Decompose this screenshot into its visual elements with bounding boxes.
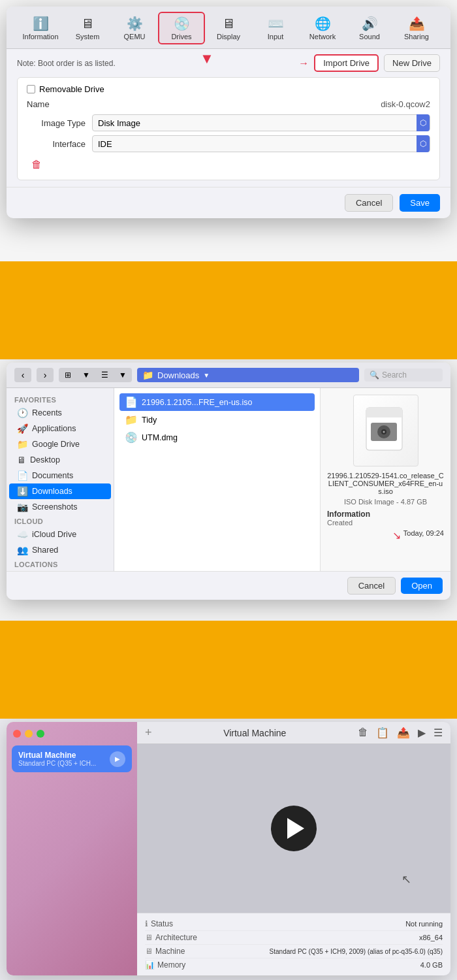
sidebar-item-applications[interactable]: 🚀 Applications xyxy=(9,421,111,436)
preview-image xyxy=(353,395,418,466)
back-button[interactable]: ‹ xyxy=(14,368,31,382)
vm-play-button[interactable]: ▶ xyxy=(110,751,125,767)
trash-icon[interactable]: 🗑 xyxy=(358,727,368,739)
memory-text: Memory xyxy=(157,960,185,970)
note-bar: Note: Boot order is as listed. → Import … xyxy=(17,54,440,72)
add-icon[interactable]: + xyxy=(145,726,152,740)
input-icon: ⌨️ xyxy=(268,16,284,31)
sidebar-item-screenshots[interactable]: 📷 Screenshots xyxy=(9,499,111,515)
traffic-light-yellow[interactable] xyxy=(25,730,33,738)
sidebar-item-google-drive[interactable]: 📁 Google Drive xyxy=(9,436,111,452)
memory-icon: 📊 xyxy=(145,960,155,970)
menu-icon[interactable]: ☰ xyxy=(433,727,443,739)
recents-icon: 🕐 xyxy=(17,408,28,418)
yellow-divider-2 xyxy=(0,621,457,719)
name-label: Name xyxy=(27,99,50,109)
file-dialog-footer: Cancel Open xyxy=(7,571,450,600)
recents-label: Recents xyxy=(32,408,62,417)
toolbar-label-network: Network xyxy=(309,33,336,41)
vm-main-area: + Virtual Machine 🗑 📋 📤 ▶ ☰ ↖ xyxy=(137,722,450,975)
toolbar-item-network[interactable]: 🌐 Network xyxy=(299,13,346,43)
sidebar-item-downloads[interactable]: ⬇️ Downloads xyxy=(9,483,111,499)
toolbar-item-input[interactable]: ⌨️ Input xyxy=(252,13,299,43)
toolbar-item-sharing[interactable]: 📤 Sharing xyxy=(393,13,440,43)
network-icon: 🌐 xyxy=(315,16,331,31)
status-text: Status xyxy=(151,919,173,928)
information-icon: ℹ️ xyxy=(33,16,49,31)
search-placeholder: Search xyxy=(382,370,407,380)
vm-main-toolbar: + Virtual Machine 🗑 📋 📤 ▶ ☰ xyxy=(137,722,450,744)
toolbar-item-display[interactable]: 🖥 Display xyxy=(205,14,252,43)
vm-sidebar-toolbar xyxy=(7,727,137,743)
toolbar-label-qemu: QEMU xyxy=(124,33,146,41)
toolbar-item-information[interactable]: ℹ️ Information xyxy=(17,13,64,43)
iso-filename: 21996.1.2105...FRE_en-us.iso xyxy=(142,398,253,407)
cancel-button[interactable]: Cancel xyxy=(345,194,393,212)
svg-rect-1 xyxy=(366,408,402,417)
list-view-button[interactable]: ☰ xyxy=(95,368,114,382)
sidebar-item-recents[interactable]: 🕐 Recents xyxy=(9,405,111,421)
memory-value: 4.0 GB xyxy=(420,961,443,969)
traffic-light-green[interactable] xyxy=(37,730,44,738)
drive-panel: Removable Drive Name disk-0.qcow2 Image … xyxy=(17,77,440,180)
toolbar-label-sharing: Sharing xyxy=(404,33,429,41)
architecture-text: Architecture xyxy=(155,933,197,942)
note-text: Note: Boot order is as listed. xyxy=(17,59,116,68)
applications-icon: 🚀 xyxy=(17,423,28,434)
sidebar-item-icloud-drive[interactable]: ☁️ iCloud Drive xyxy=(9,527,111,542)
traffic-light-red[interactable] xyxy=(13,730,21,738)
import-drive-button[interactable]: Import Drive xyxy=(314,54,379,72)
image-type-label: Image Type xyxy=(27,118,86,128)
documents-label: Documents xyxy=(32,471,73,480)
play-icon[interactable]: ▶ xyxy=(418,727,426,739)
toolbar-label-display: Display xyxy=(217,33,240,41)
search-bar[interactable]: 🔍 Search xyxy=(364,368,443,382)
file-item-tidy[interactable]: 📁 Tidy xyxy=(119,411,315,429)
utm-dmg-filename: UTM.dmg xyxy=(142,433,178,442)
new-drive-button[interactable]: New Drive xyxy=(384,54,440,72)
location-dropdown-arrow: ▼ xyxy=(203,372,210,379)
toolbar-item-sound[interactable]: 🔊 Sound xyxy=(346,13,393,43)
interface-select[interactable]: IDE ⬡ xyxy=(92,135,430,152)
grid-view-button[interactable]: ⊞ xyxy=(59,368,77,382)
removable-drive-checkbox[interactable] xyxy=(27,85,35,93)
file-dialog-toolbar: ‹ › ⊞ ▼ ☰ ▼ 📁 Downloads ▼ 🔍 Search xyxy=(7,363,450,388)
sidebar-item-shared[interactable]: 👥 Shared xyxy=(9,542,111,558)
big-play-button[interactable] xyxy=(271,806,317,851)
interface-value: IDE xyxy=(98,139,112,149)
toolbar-item-qemu[interactable]: ⚙️ QEMU xyxy=(111,13,158,43)
file-dialog-window: ‹ › ⊞ ▼ ☰ ▼ 📁 Downloads ▼ 🔍 Search Favor xyxy=(7,363,450,600)
clipboard-icon[interactable]: 📋 xyxy=(376,727,389,739)
share-icon[interactable]: 📤 xyxy=(397,727,410,739)
vm-info-panel: ℹ Status Not running 🖥 Architecture x86_… xyxy=(137,913,450,975)
toolbar-item-drives[interactable]: 💿 Drives xyxy=(158,12,205,44)
vm-list-item[interactable]: Virtual Machine Standard PC (Q35 + ICH..… xyxy=(12,745,132,772)
delete-drive-button[interactable]: 🗑 xyxy=(27,156,46,173)
sidebar-item-documents[interactable]: 📄 Documents xyxy=(9,468,111,483)
favorites-label: Favorites xyxy=(7,393,114,405)
column-view-button[interactable]: ▼ xyxy=(114,368,132,382)
location-bar[interactable]: 📁 Downloads ▼ xyxy=(137,368,359,382)
image-type-select[interactable]: Disk Image ⬡ xyxy=(92,114,430,131)
toolbar-label-sound: Sound xyxy=(359,33,380,41)
save-button[interactable]: Save xyxy=(400,194,440,212)
image-type-row: Image Type Disk Image ⬡ xyxy=(27,114,430,131)
google-drive-label: Google Drive xyxy=(32,440,80,449)
forward-button[interactable]: › xyxy=(37,368,54,382)
vm-machine-row: 🖥 Machine Standard PC (Q35 + ICH9, 2009)… xyxy=(145,945,443,958)
file-open-button[interactable]: Open xyxy=(401,578,443,594)
interface-arrow: ⬡ xyxy=(417,135,430,152)
vm-sidebar: Virtual Machine Standard PC (Q35 + ICH..… xyxy=(7,722,137,975)
file-cancel-button[interactable]: Cancel xyxy=(347,577,396,595)
sidebar-item-desktop[interactable]: 🖥 Desktop xyxy=(9,452,111,468)
toolbar-item-system[interactable]: 🖥 System xyxy=(64,14,111,43)
toolbar-label-drives: Drives xyxy=(171,33,191,41)
status-value: Not running xyxy=(405,920,443,928)
applications-label: Applications xyxy=(32,424,76,433)
file-item-utm-dmg[interactable]: 💿 UTM.dmg xyxy=(119,429,315,446)
dropdown-view-button[interactable]: ▼ xyxy=(77,368,95,382)
file-item-iso[interactable]: 📄 21996.1.2105...FRE_en-us.iso xyxy=(119,393,315,411)
tidy-filename: Tidy xyxy=(142,416,157,425)
preview-created-label: Created xyxy=(327,519,353,527)
disk-name-value: disk-0.qcow2 xyxy=(381,99,430,109)
